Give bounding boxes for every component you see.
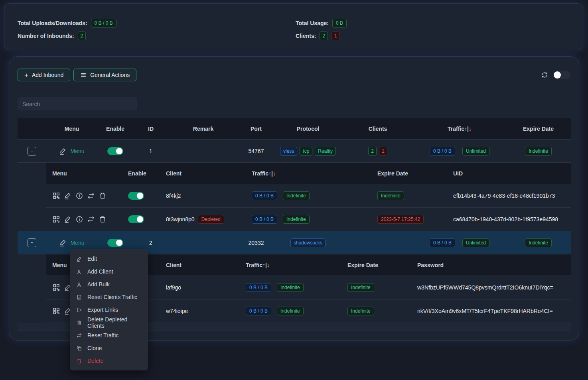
trash-icon: [76, 358, 82, 364]
stat-total-usage: Total Usage: 0 B: [296, 18, 347, 28]
hamburger-icon: [80, 72, 87, 78]
client-name: 8t3wjnn8p0: [166, 216, 195, 222]
header-expire-date: Expire Date: [505, 126, 571, 132]
edit-client-icon[interactable]: [64, 192, 72, 200]
context-menu-add-bulk[interactable]: Add Bulk: [70, 278, 148, 291]
qr-code-icon[interactable]: [52, 192, 60, 200]
inbound-1-menu-button[interactable]: Menu: [46, 147, 97, 155]
search-input[interactable]: [18, 97, 137, 110]
collapse-inbound-2-button[interactable]: -: [28, 238, 36, 247]
total-usage-badge: 0 B: [332, 19, 347, 28]
context-menu-delete[interactable]: Delete: [70, 354, 148, 367]
copy-icon: [76, 345, 82, 351]
header-expire-date: Expire Date: [341, 262, 411, 268]
traffic-badge: 0 B / 0 B: [246, 307, 271, 315]
depleted-badge: Depleted: [198, 215, 224, 224]
header-enable: Enable: [97, 126, 133, 132]
clients-active-badge: 2: [320, 32, 328, 40]
collapse-inbound-1-button[interactable]: -: [28, 147, 36, 156]
context-menu-reset-traffic[interactable]: Reset Traffic: [70, 329, 148, 342]
header-password: Password: [411, 262, 571, 268]
header-menu: Menu: [46, 126, 97, 132]
header-traffic-sort[interactable]: Traffic↑|↓: [414, 126, 505, 132]
refresh-icon[interactable]: [541, 71, 548, 79]
context-menu-edit[interactable]: Edit: [70, 252, 148, 265]
delete-client-icon[interactable]: [99, 192, 107, 200]
context-menu-add-client[interactable]: Add Client: [70, 265, 148, 278]
stat-label: Clients:: [296, 33, 316, 39]
client-enable-toggle[interactable]: [128, 215, 144, 223]
stat-label: Total Uploads/Downloads:: [18, 20, 87, 26]
general-actions-button[interactable]: General Actions: [73, 69, 136, 81]
inbound-2-port: 20332: [238, 240, 274, 246]
menu-item-label: Add Bulk: [87, 281, 110, 287]
toolbar-right: [541, 71, 570, 79]
user-icon: [76, 269, 82, 275]
reset-traffic-icon[interactable]: [87, 192, 95, 200]
inbound-2-menu-button[interactable]: Menu: [46, 239, 97, 247]
context-menu-delete-depleted-clients[interactable]: Delete Depleted Clients: [70, 316, 148, 329]
expire-date-badge: 2023-5-7 17:25:42: [377, 215, 424, 224]
header-uid: UID: [447, 170, 571, 177]
context-menu-reset-clients-traffic[interactable]: Reset Clients Traffic: [70, 291, 148, 303]
traffic-limit-badge: Indefinite: [277, 307, 304, 315]
client-enable-toggle[interactable]: [128, 192, 144, 200]
add-inbound-button[interactable]: + Add Inbound: [18, 69, 70, 81]
menu-link-label: Menu: [70, 240, 84, 246]
client-row-8f4kj2: 8f4kj2 0 B / 0 B Indefinite Indefinite e…: [46, 184, 571, 208]
menu-item-label: Export Links: [87, 307, 118, 313]
swap-arrows-icon: [76, 333, 82, 339]
menu-item-label: Edit: [87, 256, 97, 262]
clients-active-badge: 2: [368, 147, 377, 156]
client-name: 8f4kj2: [160, 193, 245, 199]
client-traffic: 0 B / 0 B Indefinite: [245, 191, 371, 200]
client-password: nkV/I/3XoAm9v6xMT/T5IcrF4TpeTKF98rHARbRo…: [411, 308, 571, 314]
traffic-badge: 0 B / 0 B: [252, 191, 277, 200]
delete-client-icon[interactable]: [99, 215, 107, 223]
context-menu-export-links[interactable]: Export Links: [70, 303, 148, 316]
client-actions: [46, 192, 122, 200]
traffic-limit-badge: Indefinite: [283, 191, 310, 200]
vless-clients-header: Menu Enable Client Traffic↑|↓ Expire Dat…: [46, 163, 571, 184]
header-traffic-sort[interactable]: Traffic↑|↓: [239, 262, 341, 268]
header-client: Client: [160, 262, 239, 268]
header-expire-date: Expire Date: [371, 170, 447, 177]
auto-refresh-toggle[interactable]: [553, 71, 570, 79]
context-menu-clone[interactable]: Clone: [70, 342, 148, 354]
edit-client-icon[interactable]: [64, 215, 72, 223]
edit-icon: [59, 239, 67, 247]
inbound-2-id: 2: [133, 240, 168, 246]
qr-code-icon[interactable]: [52, 215, 60, 223]
export-icon: [76, 307, 82, 313]
qr-code-icon[interactable]: [52, 284, 60, 291]
menu-item-label: Reset Traffic: [87, 332, 118, 339]
expire-date-badge: Indefinite: [347, 307, 374, 315]
expire-date-badge: Indefinite: [525, 238, 552, 247]
info-icon[interactable]: [75, 192, 83, 200]
inbound-2-protocols: shadowsocks: [274, 238, 342, 247]
header-remark: Remark: [168, 126, 238, 132]
header-enable: Enable: [122, 170, 160, 177]
reset-traffic-icon[interactable]: [87, 215, 95, 223]
client-actions: [46, 215, 122, 223]
traffic-badge: 0 B / 0 B: [252, 215, 277, 224]
plus-icon: +: [24, 72, 28, 79]
menu-item-label: Clone: [87, 345, 102, 351]
total-uploads-downloads-badge: 0 B / 0 B: [91, 19, 116, 28]
header-clients: Clients: [342, 126, 414, 132]
header-port: Port: [238, 126, 274, 132]
qr-code-icon[interactable]: [52, 307, 60, 315]
inbound-context-menu: Edit Add Client Add Bulk Reset Clients T…: [70, 249, 148, 370]
header-traffic-sort[interactable]: Traffic↑|↓: [245, 170, 371, 177]
trash-bin-icon: [76, 320, 82, 326]
traffic-limit-badge: Unlimited: [462, 238, 489, 247]
info-icon[interactable]: [75, 215, 83, 223]
stat-total-uploads-downloads: Total Uploads/Downloads: 0 B / 0 B: [18, 18, 116, 28]
header-id: ID: [133, 126, 168, 132]
menu-item-label: Delete Depleted Clients: [87, 316, 142, 329]
inbound-2-enable-toggle[interactable]: [107, 239, 123, 247]
traffic-limit-badge: Indefinite: [283, 215, 310, 224]
user-add-icon: [76, 282, 82, 287]
inbound-1-enable-toggle[interactable]: [107, 147, 123, 155]
document-check-icon: [76, 294, 82, 300]
